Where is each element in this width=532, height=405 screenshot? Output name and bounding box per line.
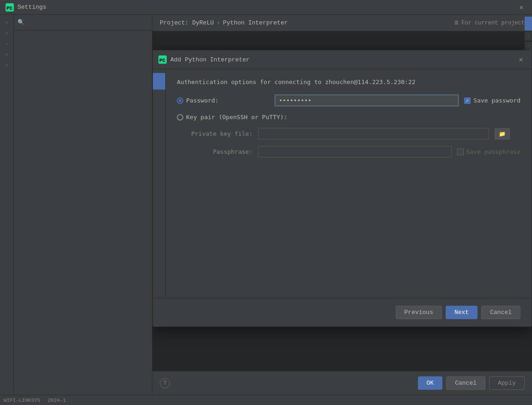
dialog-title-text: Add Python Interpreter (170, 56, 516, 63)
dialog-body: Authentication options for connecting to… (153, 69, 532, 298)
status-text-2: 2024-1 (48, 398, 66, 403)
breadcrumb-separator: › (217, 19, 220, 26)
add-interpreter-dialog: PC Add Python Interpreter ✕ (152, 50, 532, 327)
dialog-footer: Previous Next Cancel (153, 298, 532, 326)
ok-button[interactable]: OK (418, 376, 443, 390)
dialog-logo-icon: PC (158, 55, 167, 64)
private-key-label: Private key file: (188, 130, 253, 137)
keypair-radio-text: Key pair (OpenSSH or PuTTY): (186, 114, 287, 121)
private-key-row: Private key file: 📁 (188, 128, 520, 139)
window-title: Settings (18, 4, 516, 11)
auth-description: Authentication options for connecting to… (177, 79, 520, 85)
password-row: Password: Save password (177, 95, 520, 106)
project-badge-icon: 🗎 (454, 19, 459, 26)
breadcrumb-section: Python Interpreter (223, 19, 288, 26)
save-passphrase-label[interactable]: Save passphrase (457, 148, 520, 155)
right-panel: Project: DyReLU › Python Interpreter 🗎 F… (152, 15, 532, 395)
window-close-button[interactable]: ✕ (516, 2, 526, 13)
apply-button[interactable]: Apply (489, 376, 525, 390)
save-password-checkbox[interactable] (464, 97, 471, 104)
sidebar-expand-5[interactable]: › (4, 61, 9, 70)
sidebar-expand-2[interactable]: › (4, 29, 9, 38)
save-passphrase-text: Save passphrase (466, 148, 520, 155)
save-passphrase-checkbox[interactable] (457, 149, 464, 155)
password-input[interactable] (275, 95, 459, 106)
cancel-button[interactable]: Cancel (446, 376, 485, 390)
keypair-radio-label[interactable]: Key pair (OpenSSH or PuTTY): (177, 114, 287, 121)
keypair-row: Key pair (OpenSSH or PuTTY): (177, 114, 520, 121)
save-password-text: Save password (473, 97, 520, 104)
next-button[interactable]: Next (446, 306, 478, 319)
svg-text:PC: PC (159, 58, 166, 63)
status-text-1: WIFI-LINKSYS (4, 398, 40, 403)
settings-tree (14, 30, 152, 395)
panel-header: Project: DyReLU › Python Interpreter 🗎 F… (152, 15, 532, 31)
settings-window: PC Settings ✕ › › › › › 🔍 (0, 0, 532, 405)
private-key-browse-button[interactable]: 📁 (495, 128, 510, 139)
search-input[interactable] (26, 19, 148, 26)
dialog-titlebar: PC Add Python Interpreter ✕ (153, 50, 532, 69)
save-password-label[interactable]: Save password (464, 97, 520, 104)
bottom-bar: ? OK Cancel Apply (152, 371, 532, 395)
sidebar-expand-4[interactable]: › (4, 50, 9, 59)
breadcrumb-project: Project: DyReLU (160, 19, 214, 26)
help-icon[interactable]: ? (160, 378, 170, 388)
search-box: 🔍 (14, 15, 152, 30)
passphrase-label: Passphrase: (188, 148, 253, 155)
modal-overlay: PC Add Python Interpreter ✕ (152, 31, 532, 371)
password-radio-button[interactable] (177, 97, 183, 104)
dialog-sidebar-active-item[interactable] (153, 73, 165, 90)
passphrase-input[interactable] (258, 146, 452, 157)
project-badge: 🗎 For current project (454, 19, 525, 26)
previous-button[interactable]: Previous (396, 306, 442, 319)
search-icon: 🔍 (18, 19, 24, 26)
title-bar: PC Settings ✕ (0, 0, 532, 15)
project-badge-text: For current project (461, 20, 525, 26)
password-radio-label[interactable]: Password: (177, 97, 269, 104)
left-panel: 🔍 (14, 15, 152, 395)
settings-sidebar: › › › › › (0, 15, 14, 395)
private-key-input[interactable] (258, 128, 489, 139)
dialog-sidebar (153, 69, 166, 298)
pycharm-logo-icon: PC (6, 3, 14, 12)
password-radio-text: Password: (186, 97, 218, 104)
passphrase-row: Passphrase: Save passphrase (188, 146, 520, 157)
sidebar-expand-1[interactable]: › (4, 18, 9, 27)
status-bar: WIFI-LINKSYS 2024-1 (0, 395, 532, 405)
right-edge-tab-active[interactable] (525, 17, 532, 30)
dialog-main-content: Authentication options for connecting to… (166, 69, 532, 298)
dialog-close-button[interactable]: ✕ (516, 54, 526, 65)
settings-body: › › › › › 🔍 Project: DyReLU › Python Int… (0, 15, 532, 395)
right-content-area: PC Add Python Interpreter ✕ (152, 31, 532, 371)
dialog-cancel-button[interactable]: Cancel (481, 306, 520, 319)
svg-text:PC: PC (6, 6, 13, 11)
sidebar-expand-3[interactable]: › (4, 40, 9, 48)
keypair-radio-button[interactable] (177, 114, 183, 121)
